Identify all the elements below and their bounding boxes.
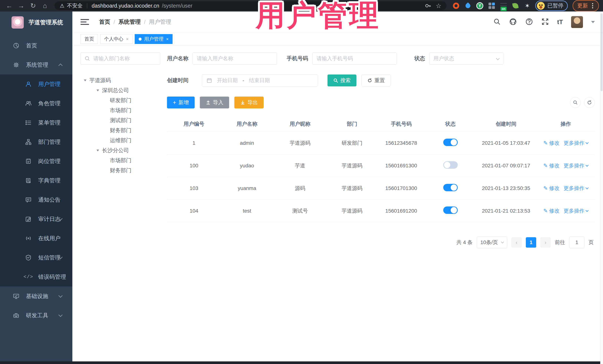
add-button[interactable]: + 新增 <box>167 97 195 109</box>
export-button[interactable]: 导出 <box>234 97 264 109</box>
sidebar-item-system[interactable]: 系统管理 <box>0 55 72 75</box>
refresh-button[interactable] <box>584 97 595 108</box>
sidebar-item-menu-mgmt[interactable]: 菜单管理 <box>0 113 72 132</box>
forward-icon[interactable]: → <box>16 2 26 10</box>
edit-link[interactable]: ✎修改 <box>543 140 559 147</box>
fullscreen-icon[interactable] <box>541 18 549 26</box>
edit-link[interactable]: ✎修改 <box>543 207 559 214</box>
announcement-icon <box>24 197 32 203</box>
tree-node[interactable]: 芋道源码 <box>81 76 160 86</box>
tab-profile[interactable]: 个人中心 × <box>100 34 132 44</box>
profile-avatar <box>537 2 545 10</box>
browser-menu-icon[interactable] <box>591 3 594 8</box>
browser-update-button[interactable]: 更新 <box>573 0 599 11</box>
next-page-button[interactable]: › <box>540 237 551 248</box>
breadcrumb-home[interactable]: 首页 <box>99 18 110 26</box>
extensions-puzzle-icon[interactable]: ✶ <box>524 2 531 9</box>
goto-page-input[interactable] <box>569 237 584 248</box>
dept-search-input[interactable] <box>81 53 160 65</box>
status-toggle[interactable] <box>443 139 458 146</box>
app-logo-row: 芋道管理系统 <box>0 11 72 33</box>
dept-panel: 芋道源码 深圳总公司 研发部门 市场部门 测试部门 财务部门 运维部门 长沙分公… <box>81 53 160 361</box>
tree-node[interactable]: 财务部门 <box>81 125 160 135</box>
more-actions-link[interactable]: 更多操作 <box>564 185 588 192</box>
help-icon[interactable] <box>525 18 533 26</box>
page-size-select[interactable]: 10条/页 <box>477 237 507 248</box>
address-bar[interactable]: ⚠ 不安全 dashboard.yudao.iocoder.cn /system… <box>55 1 447 10</box>
sidebar-item-infrastructure[interactable]: 基础设施 <box>0 287 72 306</box>
caret-icon[interactable] <box>84 79 86 81</box>
prev-page-button[interactable]: ‹ <box>511 237 522 248</box>
edit-link[interactable]: ✎修改 <box>543 162 559 169</box>
filter-row-2: 创建时间 开始日期 - 结束日期 搜索 <box>167 74 595 87</box>
sidebar-item-dept-mgmt[interactable]: 部门管理 <box>0 132 72 152</box>
reload-icon[interactable]: ↻ <box>28 2 38 10</box>
browser-profile-chip[interactable]: 已暂停 <box>535 0 568 11</box>
sidebar-item-home[interactable]: 首页 <box>0 36 72 55</box>
tree-node[interactable]: 运维部门 <box>81 135 160 145</box>
avatar-dropdown-icon[interactable] <box>591 21 595 23</box>
extension-leaf-icon[interactable] <box>512 2 519 9</box>
extension-switch-icon[interactable]: on <box>500 2 507 9</box>
breadcrumb: 首页 / 系统管理 / 用户管理 <box>99 18 171 26</box>
search-icon[interactable] <box>493 18 501 26</box>
filter-row-1: 用户名称 手机号码 状态 用户状态 <box>167 53 595 65</box>
close-icon[interactable]: × <box>166 36 169 42</box>
sidebar-item-dict-mgmt[interactable]: 字典管理 <box>0 171 72 190</box>
mobile-input[interactable] <box>312 53 397 65</box>
collapse-sidebar-icon[interactable] <box>81 19 89 25</box>
status-toggle[interactable] <box>443 161 458 169</box>
edit-link[interactable]: ✎修改 <box>543 185 559 192</box>
tab-home[interactable]: 首页 <box>81 34 98 44</box>
show-search-button[interactable] <box>570 97 581 108</box>
sidebar-item-notice[interactable]: 通知公告 <box>0 190 72 210</box>
chevron-up-icon <box>58 64 63 68</box>
bookmark-star-icon[interactable]: ☆ <box>436 2 441 10</box>
sidebar-item-dev-tools[interactable]: 研发工具 <box>0 306 72 325</box>
extension-drop-icon[interactable] <box>464 2 471 9</box>
caret-icon[interactable] <box>96 150 99 151</box>
sidebar-item-sms-mgmt[interactable]: 短信管理 <box>0 248 72 267</box>
current-page[interactable]: 1 <box>526 237 536 248</box>
tree-node[interactable]: 市场部门 <box>81 105 160 115</box>
sidebar-item-post-mgmt[interactable]: 岗位管理 <box>0 152 72 171</box>
status-toggle[interactable] <box>443 184 458 191</box>
tree-node[interactable]: 长沙分公司 <box>81 145 160 155</box>
extension-orange-icon[interactable] <box>452 2 460 9</box>
status-toggle[interactable] <box>443 207 458 214</box>
date-range-picker[interactable]: 开始日期 - 结束日期 <box>202 74 318 87</box>
more-actions-link[interactable]: 更多操作 <box>564 140 588 147</box>
username-input[interactable] <box>193 53 277 65</box>
sidebar-item-role-mgmt[interactable]: 角色管理 <box>0 94 72 113</box>
download-icon <box>240 100 245 105</box>
tree-node[interactable]: 财务部门 <box>81 165 160 176</box>
key-icon[interactable] <box>425 3 431 9</box>
caret-icon[interactable] <box>96 89 99 91</box>
status-select[interactable]: 用户状态 <box>429 53 503 65</box>
breadcrumb-system[interactable]: 系统管理 <box>118 18 141 26</box>
security-label: 不安全 <box>67 2 82 9</box>
scrollbar[interactable] <box>600 11 603 364</box>
tree-node[interactable]: 市场部门 <box>81 155 160 165</box>
tree-node[interactable]: 研发部门 <box>81 95 160 105</box>
extension-grid-icon[interactable] <box>488 2 495 9</box>
font-size-icon[interactable]: tT <box>557 19 563 26</box>
reset-button[interactable]: 重置 <box>362 75 391 86</box>
search-button[interactable]: 搜索 <box>327 75 356 86</box>
more-actions-link[interactable]: 更多操作 <box>564 162 588 169</box>
extension-green-y-icon[interactable]: Y <box>476 2 483 9</box>
sidebar-item-online-users[interactable]: 在线用户 <box>0 229 72 248</box>
github-icon[interactable] <box>509 18 517 26</box>
close-icon[interactable]: × <box>126 36 128 42</box>
back-icon[interactable]: ← <box>4 2 14 10</box>
tree-node[interactable]: 测试部门 <box>81 115 160 125</box>
tab-user-mgmt[interactable]: 用户管理 × <box>135 34 173 44</box>
user-avatar[interactable] <box>571 16 583 28</box>
tree-node[interactable]: 深圳总公司 <box>81 86 160 95</box>
home-icon[interactable]: ⌂ <box>40 2 50 10</box>
import-button[interactable]: 导入 <box>200 97 229 109</box>
more-actions-link[interactable]: 更多操作 <box>564 207 588 214</box>
sidebar-item-audit-log[interactable]: 审计日志 <box>0 210 72 229</box>
sidebar-item-error-code[interactable]: </> 错误码管理 <box>0 267 72 287</box>
sidebar-item-user-mgmt[interactable]: 用户管理 <box>0 75 72 94</box>
